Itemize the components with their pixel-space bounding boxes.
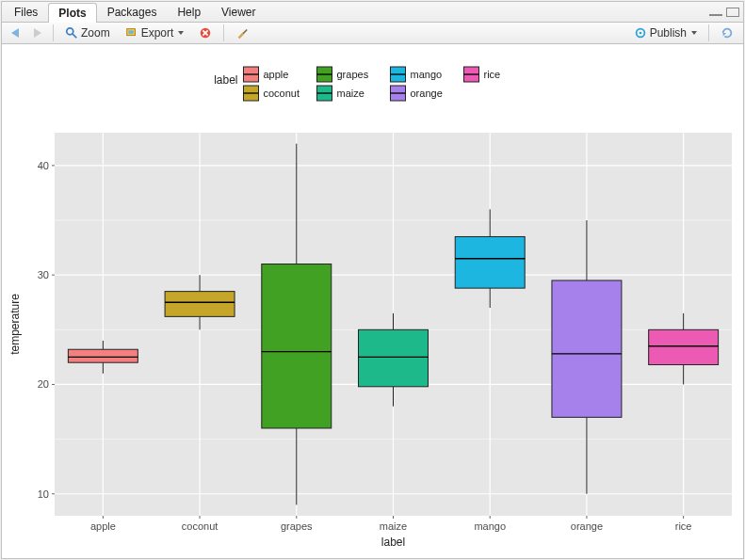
publish-label: Publish xyxy=(650,26,687,40)
tab-help[interactable]: Help xyxy=(167,2,211,22)
publish-icon xyxy=(634,26,647,40)
svg-text:grapes: grapes xyxy=(281,520,313,532)
svg-rect-75 xyxy=(649,329,719,364)
svg-text:label: label xyxy=(381,536,405,549)
svg-text:30: 30 xyxy=(38,269,49,280)
tab-packages[interactable]: Packages xyxy=(97,2,168,22)
svg-rect-67 xyxy=(455,236,525,288)
svg-text:mango: mango xyxy=(474,520,506,532)
clear-all-button[interactable] xyxy=(230,24,254,42)
zoom-icon xyxy=(65,26,78,40)
arrow-right-icon xyxy=(34,28,41,38)
svg-text:label: label xyxy=(214,73,237,87)
zoom-button[interactable]: Zoom xyxy=(59,24,116,42)
svg-text:orange: orange xyxy=(571,520,603,532)
arrow-left-icon xyxy=(11,28,19,38)
svg-text:20: 20 xyxy=(38,378,49,390)
plots-toolbar: Zoom Export Publish xyxy=(2,23,743,44)
svg-text:mango: mango xyxy=(411,69,443,80)
publish-button[interactable]: Publish xyxy=(628,24,703,42)
maximize-icon[interactable] xyxy=(726,8,739,17)
chevron-down-icon xyxy=(691,31,697,35)
tab-files[interactable]: Files xyxy=(4,2,48,22)
svg-text:40: 40 xyxy=(38,160,49,171)
svg-text:coconut: coconut xyxy=(182,520,219,532)
svg-rect-63 xyxy=(359,329,429,386)
tab-plots[interactable]: Plots xyxy=(48,3,96,23)
svg-rect-3 xyxy=(128,30,133,34)
svg-text:orange: orange xyxy=(411,88,443,99)
svg-line-1 xyxy=(73,34,76,38)
svg-text:apple: apple xyxy=(264,69,289,80)
svg-text:temperature: temperature xyxy=(8,294,22,355)
zoom-label: Zoom xyxy=(81,26,110,40)
remove-plot-button[interactable] xyxy=(193,24,218,42)
svg-rect-55 xyxy=(165,292,235,317)
tab-viewer[interactable]: Viewer xyxy=(211,2,266,22)
next-plot-button[interactable] xyxy=(28,25,47,40)
svg-rect-59 xyxy=(262,264,332,428)
svg-text:maize: maize xyxy=(380,520,407,532)
pane-tabs: Files Plots Packages Help Viewer xyxy=(2,2,743,23)
plot-area: 10203040temperatureapplecoconutgrapesmai… xyxy=(2,44,743,558)
prev-plot-button[interactable] xyxy=(6,25,24,40)
svg-text:maize: maize xyxy=(337,88,364,99)
minimize-icon[interactable] xyxy=(709,14,722,16)
svg-text:grapes: grapes xyxy=(337,69,369,80)
svg-rect-51 xyxy=(68,349,138,362)
svg-text:coconut: coconut xyxy=(264,88,300,99)
boxplot-chart: 10203040temperatureapplecoconutgrapesmai… xyxy=(2,44,745,555)
broom-icon xyxy=(235,26,249,40)
svg-point-9 xyxy=(639,32,641,35)
svg-text:10: 10 xyxy=(38,488,49,500)
refresh-icon xyxy=(721,26,734,40)
svg-point-0 xyxy=(67,28,73,35)
export-icon xyxy=(125,26,138,40)
chevron-down-icon xyxy=(178,31,184,35)
export-button[interactable]: Export xyxy=(120,24,190,42)
svg-text:apple: apple xyxy=(90,520,116,532)
export-label: Export xyxy=(141,26,174,40)
svg-text:rice: rice xyxy=(675,520,692,532)
svg-text:rice: rice xyxy=(484,69,501,80)
remove-icon xyxy=(199,26,212,40)
svg-rect-71 xyxy=(552,280,622,417)
refresh-button[interactable] xyxy=(715,24,739,42)
svg-line-7 xyxy=(243,30,247,34)
